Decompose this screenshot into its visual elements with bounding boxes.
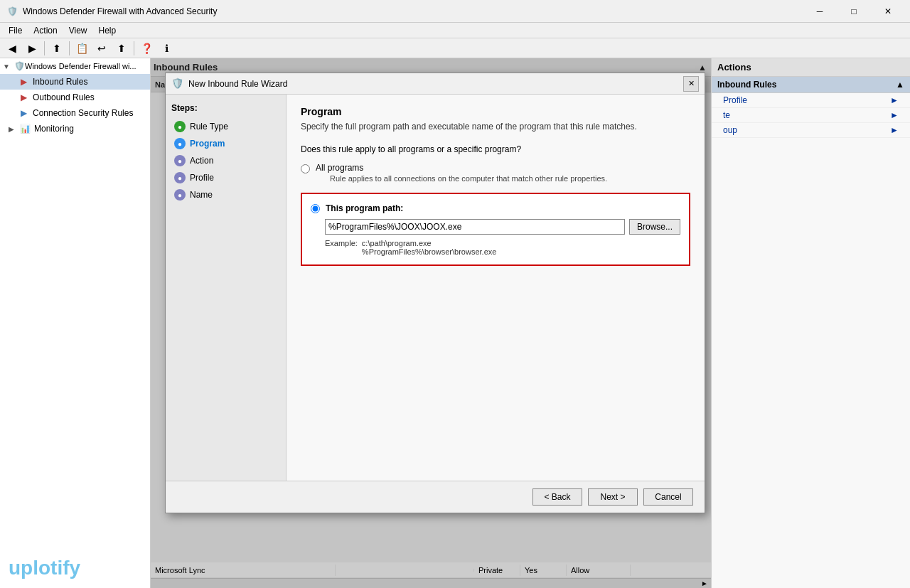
toolbar-sep-2 <box>69 41 70 55</box>
dialog-title-bar: 🛡️ New Inbound Rule Wizard ✕ <box>166 73 705 95</box>
program-path-box: This program path: Browse... Example: <box>301 193 690 266</box>
firewall-icon: 🛡️ <box>14 61 25 71</box>
step-icon-action: ● <box>174 155 186 166</box>
step-program[interactable]: ● Program <box>171 136 280 151</box>
step-label-program: Program <box>190 139 225 149</box>
actions-title: Actions <box>717 62 751 73</box>
cancel-button[interactable]: Cancel <box>643 488 693 506</box>
toolbar-undo[interactable]: ↩ <box>92 40 111 57</box>
step-icon-name: ● <box>174 189 186 201</box>
sidebar-root[interactable]: ▼ 🛡️ Windows Defender Firewall wi... <box>0 58 150 74</box>
sidebar-root-label: Windows Defender Firewall wi... <box>25 62 136 70</box>
center-panel: Inbound Rules ▲ Name Group Profile Enabl… <box>151 58 711 588</box>
dialog-content: Program Specify the full program path an… <box>287 95 705 481</box>
toolbar: ◀ ▶ ⬆ 📋 ↩ ⬆ ❓ ℹ <box>0 38 910 58</box>
sidebar-connection-label: Connection Security Rules <box>33 108 133 118</box>
program-path-input[interactable] <box>325 219 625 235</box>
menu-file[interactable]: File <box>3 24 28 37</box>
inbound-icon: ▶ <box>17 76 30 87</box>
toolbar-copy[interactable]: 📋 <box>73 40 91 57</box>
back-button[interactable]: < Back <box>532 488 582 506</box>
step-label-name: Name <box>190 190 213 200</box>
section-desc: Specify the full program path and execut… <box>301 122 690 132</box>
browse-button[interactable]: Browse... <box>629 219 680 235</box>
example-row: Example: c:\path\program.exe %ProgramFil… <box>325 239 680 256</box>
wizard-dialog: 🛡️ New Inbound Rule Wizard ✕ Steps: ● Ru… <box>165 73 705 513</box>
menu-bar: File Action View Help <box>0 23 910 38</box>
window-controls: ─ □ ✕ <box>803 0 904 23</box>
step-label-rule-type: Rule Type <box>190 122 228 132</box>
actions-state-label: te <box>723 110 730 120</box>
actions-profile-arrow: ► <box>890 95 899 105</box>
example-values: c:\path\program.exe %ProgramFiles%\brows… <box>362 239 497 256</box>
sidebar: ▼ 🛡️ Windows Defender Firewall wi... ▶ I… <box>0 58 151 588</box>
radio-option-all-programs: All programs Rule applies to all connect… <box>301 163 690 183</box>
toolbar-up[interactable]: ⬆ <box>48 40 66 57</box>
step-icon-rule-type: ● <box>174 121 186 132</box>
minimize-button[interactable]: ─ <box>803 0 836 23</box>
dialog-overlay: 🛡️ New Inbound Rule Wizard ✕ Steps: ● Ru… <box>151 58 711 588</box>
actions-link-profile[interactable]: Profile ► <box>712 93 910 108</box>
step-icon-profile: ● <box>174 172 186 183</box>
actions-panel: Actions Inbound Rules ▲ Profile ► te ► o… <box>711 58 910 588</box>
step-action[interactable]: ● Action <box>171 153 280 169</box>
this-path-label: This program path: <box>326 203 403 213</box>
maximize-button[interactable]: □ <box>837 0 870 23</box>
title-bar: 🛡️ Windows Defender Firewall with Advanc… <box>0 0 910 23</box>
close-button[interactable]: ✕ <box>872 0 904 23</box>
next-button[interactable]: Next > <box>588 488 638 506</box>
radio-this-path[interactable] <box>311 204 320 213</box>
toolbar-forward[interactable]: ▶ <box>23 40 41 57</box>
actions-link-state[interactable]: te ► <box>712 108 910 123</box>
actions-collapse-arrow: ▲ <box>896 80 904 90</box>
toolbar-help[interactable]: ❓ <box>137 40 156 57</box>
connection-icon: ▶ <box>17 107 30 119</box>
toolbar-sep-1 <box>44 41 45 55</box>
sidebar-item-connection[interactable]: ▶ Connection Security Rules <box>0 105 150 121</box>
actions-section-inbound[interactable]: Inbound Rules ▲ <box>712 77 910 93</box>
radio-all-programs-label: All programs <box>316 163 607 173</box>
example-value-1: c:\path\program.exe <box>362 239 497 247</box>
sidebar-inbound-label: Inbound Rules <box>33 77 87 87</box>
radio-group: All programs Rule applies to all connect… <box>301 163 690 266</box>
dialog-close-button[interactable]: ✕ <box>683 76 699 92</box>
main-layout: ▼ 🛡️ Windows Defender Firewall wi... ▶ I… <box>0 58 910 588</box>
window-title: Windows Defender Firewall with Advanced … <box>23 6 803 16</box>
program-path-input-row: Browse... <box>325 219 680 235</box>
sidebar-item-outbound[interactable]: ▶ Outbound Rules <box>0 90 150 105</box>
steps-panel: Steps: ● Rule Type ● Program ● Action <box>166 95 287 481</box>
monitoring-icon: 📊 <box>18 123 31 134</box>
dialog-body: Steps: ● Rule Type ● Program ● Action <box>166 95 705 481</box>
actions-profile-label: Profile <box>723 95 747 105</box>
step-rule-type[interactable]: ● Rule Type <box>171 119 280 134</box>
radio-all-programs[interactable] <box>301 164 310 173</box>
steps-label: Steps: <box>171 103 280 113</box>
outbound-icon: ▶ <box>17 92 30 103</box>
toolbar-sep-3 <box>134 41 134 55</box>
menu-view[interactable]: View <box>63 24 93 37</box>
toolbar-export[interactable]: ⬆ <box>112 40 131 57</box>
menu-action[interactable]: Action <box>28 24 63 37</box>
dialog-icon: 🛡️ <box>171 77 184 90</box>
toolbar-info[interactable]: ℹ <box>157 40 176 57</box>
sidebar-item-monitoring[interactable]: ▶ 📊 Monitoring <box>0 121 150 137</box>
actions-header: Actions <box>712 58 910 77</box>
app-icon: 🛡️ <box>6 5 18 18</box>
step-profile[interactable]: ● Profile <box>171 170 280 186</box>
section-title: Program <box>301 106 690 117</box>
example-value-2: %ProgramFiles%\browser\browser.exe <box>362 247 497 256</box>
program-path-label: This program path: <box>311 203 680 213</box>
toolbar-back[interactable]: ◀ <box>3 40 21 57</box>
actions-link-group[interactable]: oup ► <box>712 123 910 138</box>
sidebar-item-inbound[interactable]: ▶ Inbound Rules <box>0 74 150 90</box>
dialog-question: Does this rule apply to all programs or … <box>301 144 690 154</box>
step-label-action: Action <box>190 156 213 166</box>
step-name[interactable]: ● Name <box>171 187 280 203</box>
radio-option-this-path: This program path: Browse... Example: <box>301 190 690 266</box>
example-label: Example: <box>325 239 358 256</box>
actions-group-label: oup <box>723 125 737 135</box>
dialog-title: New Inbound Rule Wizard <box>188 79 683 89</box>
menu-help[interactable]: Help <box>93 24 122 37</box>
sidebar-outbound-label: Outbound Rules <box>33 92 95 102</box>
actions-group-arrow: ► <box>890 125 899 135</box>
